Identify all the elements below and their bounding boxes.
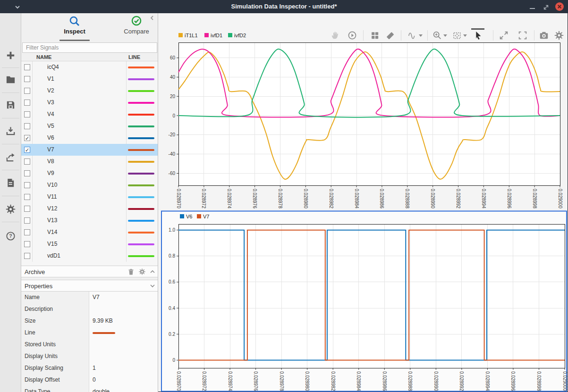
signal-checkbox[interactable] [24, 194, 30, 200]
signal-row-V10[interactable]: V10 [21, 179, 158, 191]
signal-row-V13[interactable]: V13 [21, 215, 158, 226]
window-menu-chevron-icon[interactable] [14, 3, 21, 11]
close-button[interactable] [555, 2, 564, 11]
minimize-button[interactable] [530, 8, 535, 9]
signal-line-swatch[interactable] [128, 220, 154, 222]
signal-row-V2[interactable]: V2 [21, 85, 158, 97]
signal-line-swatch[interactable] [128, 243, 154, 245]
filter-signals-input[interactable] [22, 42, 157, 53]
signal-row-vdD1[interactable]: vdD1 [21, 250, 158, 262]
signal-line-swatch[interactable] [128, 137, 154, 139]
x-tick-label: 0.029000 [558, 189, 563, 209]
signal-checkbox[interactable] [24, 123, 30, 129]
bottom-chart-selected[interactable]: 0.0289700.0289720.0289740.0289760.028978… [158, 210, 568, 392]
window-title: Simulation Data Inspector - untitled* [0, 0, 568, 13]
signal-row-V8[interactable]: V8 [21, 156, 158, 167]
property-label-data-type: Data Type [21, 386, 89, 392]
signal-row-V3[interactable]: V3 [21, 97, 158, 108]
collapse-properties-chevron-down-icon[interactable] [149, 283, 156, 290]
signal-checkbox[interactable] [24, 206, 30, 212]
signal-line-swatch[interactable] [128, 125, 154, 127]
maximize-button[interactable] [542, 3, 550, 11]
signal-checkbox[interactable] [24, 158, 30, 165]
signal-checkbox[interactable] [24, 88, 30, 94]
signal-checkbox[interactable] [24, 111, 30, 117]
export-button[interactable] [5, 152, 16, 163]
tab-inspect[interactable]: Inspect [47, 15, 102, 40]
save-button[interactable] [5, 100, 16, 110]
signal-checkbox[interactable]: ✓ [24, 135, 30, 141]
signal-checkbox[interactable] [24, 76, 30, 82]
signal-row-V5[interactable]: V5 [21, 120, 158, 132]
create-report-button[interactable] [5, 177, 16, 188]
signal-row-V1[interactable]: V1 [21, 73, 158, 85]
signal-line-swatch[interactable] [128, 184, 154, 186]
column-header-line[interactable]: LINE [128, 54, 140, 60]
chart-canvas[interactable]: 0.0289700.0289720.0289740.0289760.028978… [158, 28, 568, 213]
signal-name: V12 [47, 203, 57, 215]
preferences-button[interactable] [5, 204, 16, 215]
chart-canvas[interactable]: 0.0289700.0289720.0289740.0289760.028978… [158, 210, 568, 392]
open-folder-button[interactable] [5, 74, 16, 85]
signal-line-swatch[interactable] [128, 161, 154, 163]
signal-line-swatch[interactable] [128, 196, 154, 198]
y-tick-label: 0.4 [169, 306, 175, 311]
legend-swatch-iT1L1 [178, 33, 183, 37]
signal-checkbox[interactable] [24, 64, 30, 70]
import-button[interactable] [5, 125, 16, 136]
archive-section-header[interactable]: Archive [21, 266, 158, 277]
signal-checkbox[interactable] [24, 253, 30, 259]
signal-line-swatch[interactable] [128, 232, 154, 234]
signal-checkbox[interactable] [24, 229, 30, 235]
signal-line-swatch[interactable] [128, 114, 154, 116]
top-chart[interactable]: 0.0289700.0289720.0289740.0289760.028978… [158, 28, 568, 213]
archive-settings-gear-icon[interactable] [138, 268, 146, 275]
trash-icon[interactable] [127, 268, 135, 276]
signal-row-V6[interactable]: ✓V6 [21, 132, 158, 144]
signal-checkbox[interactable] [24, 182, 30, 188]
signal-line-swatch[interactable] [128, 173, 154, 175]
collapse-panel-chevron-left-icon[interactable] [149, 15, 155, 21]
signal-line-swatch[interactable] [128, 255, 154, 257]
signal-row-V9[interactable]: V9 [21, 167, 158, 179]
signal-line-swatch[interactable] [128, 149, 154, 151]
signal-checkbox[interactable] [24, 100, 30, 106]
signal-line-swatch[interactable] [128, 78, 154, 80]
signal-name: V5 [47, 120, 54, 132]
toolbar-separator [2, 196, 19, 196]
signal-checkbox[interactable] [24, 241, 30, 247]
properties-section-header[interactable]: Properties [21, 280, 158, 292]
signal-line-swatch[interactable] [128, 67, 154, 68]
signal-row-V4[interactable]: V4 [21, 108, 158, 120]
collapse-archive-chevron-up-icon[interactable] [149, 268, 156, 275]
signal-line-swatch[interactable] [128, 90, 154, 92]
property-value-description[interactable] [89, 303, 158, 315]
signal-row-V14[interactable]: V14 [21, 226, 158, 238]
property-value-line[interactable] [89, 327, 158, 339]
tab-inspect-label: Inspect [47, 28, 102, 35]
signal-row-icQ4[interactable]: icQ4 [21, 61, 158, 73]
signal-checkbox[interactable]: ✓ [24, 147, 30, 153]
signal-line-swatch[interactable] [128, 208, 154, 210]
add-button[interactable] [5, 50, 16, 61]
property-value-display-scaling[interactable]: 1 [89, 362, 158, 374]
signal-checkbox[interactable] [24, 217, 30, 224]
signal-checkbox[interactable] [24, 170, 30, 176]
property-value-display-offset[interactable]: 0 [89, 374, 158, 386]
signal-row-V11[interactable]: V11 [21, 191, 158, 203]
signal-row-V7[interactable]: ✓V7 [21, 144, 158, 156]
tab-compare[interactable]: Compare [109, 15, 164, 40]
column-header-name[interactable]: NAME [36, 54, 51, 60]
property-value-name[interactable]: V7 [89, 292, 158, 303]
property-line-swatch[interactable] [93, 332, 115, 334]
toolbar-separator [2, 222, 19, 222]
help-button[interactable]: ? [5, 231, 16, 242]
signal-row-V15[interactable]: V15 [21, 238, 158, 250]
export-icon [5, 152, 16, 163]
property-value-display-units[interactable] [89, 350, 158, 362]
y-tick-label: 20 [170, 94, 176, 99]
signal-line-swatch[interactable] [128, 102, 154, 104]
y-tick-label: -40 [169, 151, 176, 157]
sidebar: Inspect Compare NAME LINE icQ4V1V2V3V4V5… [21, 13, 158, 392]
signal-row-V12[interactable]: V12 [21, 203, 158, 215]
